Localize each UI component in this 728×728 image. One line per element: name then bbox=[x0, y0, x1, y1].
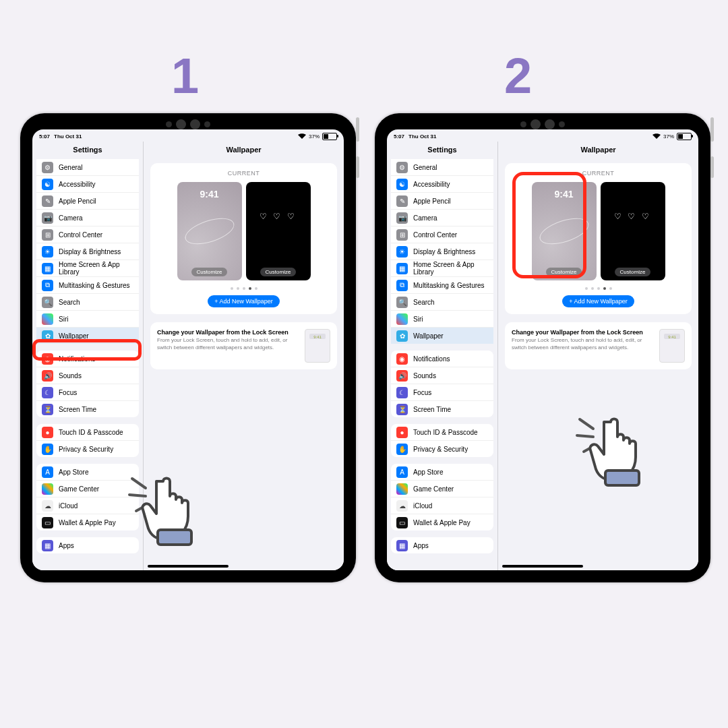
home-screen-preview[interactable]: ♡ ♡ ♡ Customize bbox=[246, 182, 311, 280]
sidebar-item-label: Siri bbox=[413, 315, 423, 323]
sidebar-item-label: Search bbox=[59, 299, 80, 306]
sidebar-item-label: Touch ID & Passcode bbox=[59, 429, 123, 436]
sidebar-item-sounds[interactable]: 🔊Sounds bbox=[391, 367, 493, 384]
step-number-1: 1 bbox=[171, 47, 199, 104]
sidebar-item-icloud-icon: ☁ bbox=[396, 500, 408, 512]
lock-screen-preview[interactable]: 9:41 Customize bbox=[177, 182, 242, 280]
add-new-wallpaper-button[interactable]: + Add New Wallpaper bbox=[208, 295, 279, 307]
sidebar-item-home-screen[interactable]: ▦Home Screen & App Library bbox=[391, 260, 493, 276]
customize-lock-button[interactable]: Customize bbox=[546, 268, 582, 276]
sidebar-item-apps[interactable]: ▦Apps bbox=[391, 537, 493, 553]
sidebar-item-apple-pencil[interactable]: ✎Apple Pencil bbox=[391, 192, 493, 209]
sidebar-item-notifications[interactable]: ◉Notifications bbox=[36, 351, 139, 367]
current-wallpaper-card: CURRENT 9:41 Customize ♡ ♡ ♡ Customize bbox=[505, 163, 692, 314]
sidebar-item-sounds-icon: 🔊 bbox=[396, 370, 408, 382]
preview-time: 9:41 bbox=[177, 189, 242, 200]
sidebar-item-label: Camera bbox=[59, 214, 83, 222]
sidebar-item-home-screen-icon: ▦ bbox=[396, 263, 408, 274]
sidebar-item-privacy-icon: ✋ bbox=[42, 444, 53, 455]
sidebar-item-icloud[interactable]: ☁iCloud bbox=[391, 497, 493, 514]
sidebar-item-label: Wallet & Apple Pay bbox=[413, 519, 471, 526]
sidebar-item-accessibility[interactable]: ☯Accessibility bbox=[36, 175, 139, 192]
camera-sensor bbox=[166, 119, 210, 129]
sidebar-item-wallpaper[interactable]: ✿Wallpaper bbox=[36, 327, 139, 344]
sidebar-item-home-screen[interactable]: ▦Home Screen & App Library bbox=[36, 260, 139, 276]
lock-screen-preview[interactable]: 9:41 Customize bbox=[532, 182, 597, 280]
sidebar-item-siri-icon bbox=[42, 313, 53, 325]
sidebar-item-touchid-icon: ● bbox=[396, 427, 408, 438]
sidebar-item-touchid-icon: ● bbox=[42, 427, 53, 438]
sidebar-item-label: Siri bbox=[59, 315, 68, 323]
tip-card: Change your Wallpaper from the Lock Scre… bbox=[505, 322, 692, 369]
sidebar-item-gamecenter[interactable]: Game Center bbox=[391, 480, 493, 497]
battery-percent: 37% bbox=[309, 133, 320, 140]
sidebar-item-home-screen-icon: ▦ bbox=[42, 263, 53, 274]
sidebar-item-apple-pencil[interactable]: ✎Apple Pencil bbox=[36, 192, 139, 209]
sidebar-item-general[interactable]: ⚙General bbox=[391, 159, 493, 175]
sidebar-item-gamecenter-icon bbox=[42, 483, 53, 495]
sidebar-item-focus[interactable]: ☾Focus bbox=[391, 384, 493, 400]
sidebar-item-camera-icon: 📷 bbox=[42, 212, 53, 224]
camera-sensor bbox=[520, 119, 565, 129]
sidebar-item-appstore[interactable]: AApp Store bbox=[36, 464, 139, 480]
customize-home-button[interactable]: Customize bbox=[615, 268, 651, 276]
sidebar-item-control-center[interactable]: ⊞Control Center bbox=[391, 226, 493, 243]
sidebar-item-control-center[interactable]: ⊞Control Center bbox=[36, 226, 139, 243]
sidebar-item-siri[interactable]: Siri bbox=[391, 310, 493, 327]
sidebar-item-icloud[interactable]: ☁iCloud bbox=[36, 497, 139, 514]
sidebar-item-label: Screen Time bbox=[59, 406, 96, 413]
sidebar-title: Settings bbox=[387, 142, 497, 159]
sidebar-item-label: Apple Pencil bbox=[59, 198, 96, 205]
sidebar-item-siri[interactable]: Siri bbox=[36, 310, 139, 327]
sidebar-item-label: Privacy & Security bbox=[59, 446, 113, 453]
sidebar-item-multitasking[interactable]: ⧉Multitasking & Gestures bbox=[391, 276, 493, 293]
sidebar-item-accessibility-icon: ☯ bbox=[42, 179, 53, 190]
sidebar-item-search[interactable]: 🔍Search bbox=[36, 293, 139, 310]
home-indicator[interactable] bbox=[502, 565, 583, 568]
sidebar-item-camera[interactable]: 📷Camera bbox=[36, 209, 139, 226]
sidebar-item-multitasking[interactable]: ⧉Multitasking & Gestures bbox=[36, 276, 139, 293]
sidebar-item-touchid[interactable]: ●Touch ID & Passcode bbox=[36, 424, 139, 440]
sidebar-item-notifications[interactable]: ◉Notifications bbox=[391, 351, 493, 367]
home-screen-preview[interactable]: ♡ ♡ ♡ Customize bbox=[601, 182, 665, 280]
sidebar-item-display[interactable]: ☀Display & Brightness bbox=[36, 243, 139, 260]
sidebar-item-label: Game Center bbox=[413, 485, 454, 493]
sidebar-item-screen-time-icon: ⏳ bbox=[42, 404, 53, 415]
sidebar-item-touchid[interactable]: ●Touch ID & Passcode bbox=[391, 424, 493, 440]
sidebar-item-camera[interactable]: 📷Camera bbox=[391, 209, 493, 226]
tip-thumbnail: 9:41 bbox=[305, 329, 330, 363]
sidebar-item-general[interactable]: ⚙General bbox=[36, 159, 139, 175]
sidebar-item-label: General bbox=[413, 164, 437, 171]
sidebar-item-wallpaper-icon: ✿ bbox=[396, 330, 408, 342]
sidebar-item-display[interactable]: ☀Display & Brightness bbox=[391, 243, 493, 260]
sidebar-item-apps-icon: ▦ bbox=[42, 540, 53, 551]
tip-body: From your Lock Screen, touch and hold to… bbox=[512, 337, 653, 352]
sidebar-item-sounds-icon: 🔊 bbox=[42, 370, 53, 382]
sidebar-item-general-icon: ⚙ bbox=[396, 162, 408, 173]
sidebar-item-privacy[interactable]: ✋Privacy & Security bbox=[36, 440, 139, 457]
customize-lock-button[interactable]: Customize bbox=[191, 268, 228, 276]
sidebar-item-gamecenter[interactable]: Game Center bbox=[36, 480, 139, 497]
sidebar-item-privacy[interactable]: ✋Privacy & Security bbox=[391, 440, 493, 457]
add-new-wallpaper-button[interactable]: + Add New Wallpaper bbox=[562, 295, 634, 307]
sidebar-item-wallpaper[interactable]: ✿Wallpaper bbox=[391, 327, 493, 344]
sidebar-item-apps[interactable]: ▦Apps bbox=[36, 537, 139, 553]
sidebar-item-screen-time[interactable]: ⏳Screen Time bbox=[36, 400, 139, 417]
sidebar-item-screen-time[interactable]: ⏳Screen Time bbox=[391, 400, 493, 417]
customize-home-button[interactable]: Customize bbox=[260, 268, 297, 276]
sidebar-item-accessibility[interactable]: ☯Accessibility bbox=[391, 175, 493, 192]
sidebar-item-sounds[interactable]: 🔊Sounds bbox=[36, 367, 139, 384]
sidebar-item-search[interactable]: 🔍Search bbox=[391, 293, 493, 310]
preview-time: 9:41 bbox=[532, 189, 597, 200]
sidebar-item-focus[interactable]: ☾Focus bbox=[36, 384, 139, 400]
sidebar-item-apps-icon: ▦ bbox=[396, 540, 408, 551]
home-indicator[interactable] bbox=[148, 565, 229, 568]
status-date: Thu Oct 31 bbox=[54, 133, 82, 140]
hardware-button bbox=[356, 156, 359, 178]
settings-sidebar: Settings ⚙General☯Accessibility✎Apple Pe… bbox=[387, 142, 498, 570]
sidebar-item-wallet[interactable]: ▭Wallet & Apple Pay bbox=[391, 514, 493, 530]
sidebar-item-appstore[interactable]: AApp Store bbox=[391, 464, 493, 480]
battery-icon bbox=[677, 133, 692, 140]
sidebar-item-wallet[interactable]: ▭Wallet & Apple Pay bbox=[36, 514, 139, 530]
sidebar-item-label: Wallet & Apple Pay bbox=[59, 519, 116, 526]
